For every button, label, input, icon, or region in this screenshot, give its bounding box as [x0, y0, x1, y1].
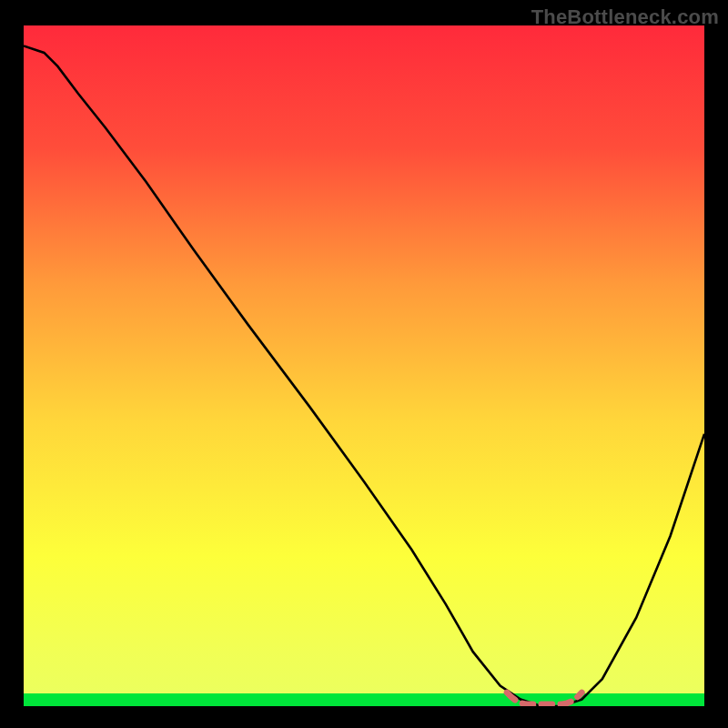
chart-frame: TheBottleneck.com [0, 0, 728, 728]
watermark-text: TheBottleneck.com [531, 5, 719, 29]
optimal-zone-marker [24, 25, 704, 706]
